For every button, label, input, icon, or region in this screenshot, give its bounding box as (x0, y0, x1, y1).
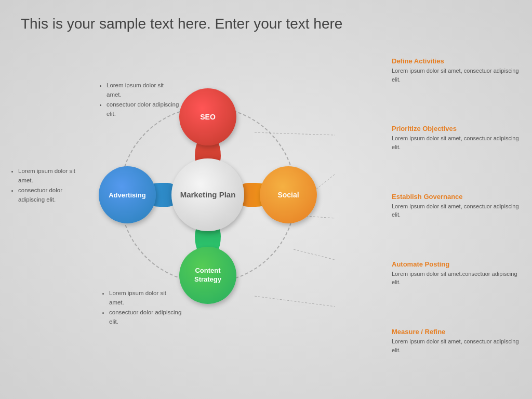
info-establish-governance: Establish Governance Lorem ipsum dolor s… (392, 193, 524, 219)
info-automate-posting: Automate Posting Lorem ipsum dolor sit a… (392, 260, 524, 287)
mid-left-bullets: Lorem ipsum dolor sit amet. consectuor d… (10, 166, 88, 205)
right-info-panel: Define Activities Lorem ipsum dolor sit … (392, 55, 524, 361)
info-body: Lorem ipsum dolor sit amet, consectuor a… (392, 66, 524, 84)
list-item: Lorem ipsum dolor sit amet. (18, 166, 88, 185)
info-prioritize-objectives: Prioritize Objectives Lorem ipsum dolor … (392, 125, 524, 151)
list-item: Lorem ipsum dolor sit amet. (109, 288, 182, 308)
info-body: Lorem ipsum dolor sit amet, consectuor a… (392, 337, 524, 354)
page-title: This is your sample text here. Enter you… (21, 16, 511, 32)
bottom-left-bullets: Lorem ipsum dolor sit amet. consectuor d… (101, 288, 182, 327)
info-title: Automate Posting (392, 260, 524, 268)
satellite-content: ContentStrategy (179, 247, 236, 304)
satellite-advertising: Advertising (99, 166, 156, 223)
satellite-seo: SEO (179, 88, 236, 145)
info-title: Prioritize Objectives (392, 125, 524, 132)
info-title: Measure / Refine (392, 328, 524, 336)
info-measure-refine: Measure / Refine Lorem ipsum dolor sit a… (392, 328, 524, 354)
info-define-activities: Define Activities Lorem ipsum dolor sit … (392, 57, 524, 84)
top-left-bullets: Lorem ipsum dolor sit amet. consectuor d… (99, 81, 179, 119)
info-body: Lorem ipsum dolor sit amet, consectuor a… (392, 202, 524, 219)
list-item: consectuor dolor adipiscing elit. (109, 308, 182, 327)
info-body: Lorem ipsum dolor sit amet, consectuor a… (392, 134, 524, 151)
satellite-social: Social (260, 166, 317, 223)
info-title: Establish Governance (392, 193, 524, 201)
list-item: consectuor dolor adipiscing elit. (18, 185, 88, 205)
center-circle: Marketing Plan (171, 158, 244, 231)
list-item: Lorem ipsum dolor sit amet. (107, 81, 179, 100)
info-title: Define Activities (392, 57, 524, 65)
info-body: Lorem ipsum dolor sit amet.consectuor ad… (392, 270, 524, 287)
slide: This is your sample text here. Enter you… (0, 0, 532, 399)
